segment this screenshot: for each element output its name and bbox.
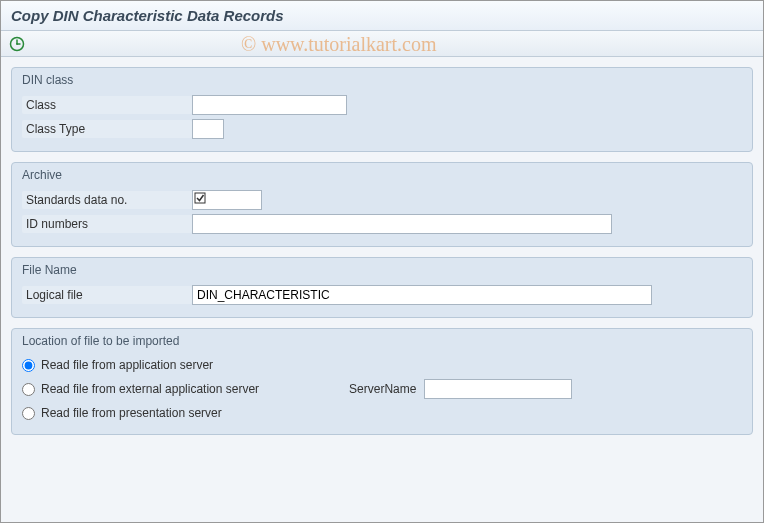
radio-ext-server[interactable]: Read file from external application serv… <box>22 382 259 396</box>
group-location: Location of file to be imported Read fil… <box>11 328 753 435</box>
class-type-label: Class Type <box>22 120 192 138</box>
standards-data-check-wrap <box>192 190 262 210</box>
page-title: Copy DIN Characteristic Data Records <box>1 1 763 31</box>
standards-data-input[interactable] <box>192 190 262 210</box>
toolbar <box>1 31 763 57</box>
radio-pres-server-input[interactable] <box>22 407 35 420</box>
class-type-input[interactable] <box>192 119 224 139</box>
group-title-din-class: DIN class <box>12 68 752 93</box>
server-name-label: ServerName <box>349 382 416 396</box>
group-title-filename: File Name <box>12 258 752 283</box>
server-name-input[interactable] <box>424 379 572 399</box>
radio-app-server-label: Read file from application server <box>41 358 213 372</box>
group-title-archive: Archive <box>12 163 752 188</box>
id-numbers-label: ID numbers <box>22 215 192 233</box>
class-input[interactable] <box>192 95 347 115</box>
group-title-location: Location of file to be imported <box>12 329 752 354</box>
radio-pres-server-label: Read file from presentation server <box>41 406 222 420</box>
group-din-class: DIN class Class Class Type <box>11 67 753 152</box>
radio-app-server-input[interactable] <box>22 359 35 372</box>
radio-app-server[interactable]: Read file from application server <box>22 358 213 372</box>
svg-point-3 <box>16 43 18 45</box>
standards-data-label: Standards data no. <box>22 191 192 209</box>
execute-icon[interactable] <box>9 36 25 52</box>
radio-pres-server[interactable]: Read file from presentation server <box>22 406 222 420</box>
class-label: Class <box>22 96 192 114</box>
group-archive: Archive Standards data no. ID numbers <box>11 162 753 247</box>
radio-ext-server-label: Read file from external application serv… <box>41 382 259 396</box>
radio-ext-server-input[interactable] <box>22 383 35 396</box>
content-area: DIN class Class Class Type Archive Stand… <box>1 57 763 455</box>
group-filename: File Name Logical file <box>11 257 753 318</box>
logical-file-label: Logical file <box>22 286 192 304</box>
logical-file-input[interactable] <box>192 285 652 305</box>
id-numbers-input[interactable] <box>192 214 612 234</box>
